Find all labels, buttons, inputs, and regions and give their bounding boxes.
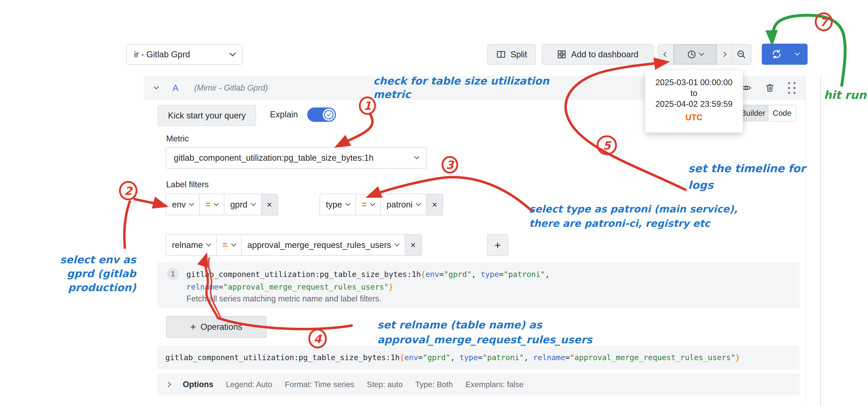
chevron-right-icon — [721, 52, 727, 57]
dashboard-grid-icon — [557, 50, 567, 59]
filter-label-select[interactable]: env — [166, 194, 199, 215]
label-filters-label: Label filters — [166, 180, 209, 189]
label-filter-type: type = patroni × — [319, 194, 443, 215]
drag-handle-icon[interactable] — [788, 82, 796, 94]
promql-brace: } — [735, 353, 740, 362]
label-filter-env: env = gprd × — [166, 194, 278, 215]
promql-value: "approval_merge_request_rules_users" — [570, 353, 735, 362]
remove-filter-button[interactable]: × — [405, 235, 421, 255]
note-4-set-relname: set relname (table name) as approval_mer… — [377, 317, 592, 347]
filter-op-value: = — [206, 200, 211, 209]
promql-eq: = — [218, 282, 223, 291]
note-3-select-type: select type as patroni (main service), t… — [529, 202, 738, 231]
promql-label: type — [460, 353, 478, 362]
datasource-picker-value: ir - Gitlab Gprd — [134, 50, 190, 59]
kick-start-label: Kick start your query — [168, 111, 246, 120]
operations-label: Operations — [200, 322, 242, 332]
chevron-left-icon — [663, 52, 669, 57]
chevron-down-icon — [370, 201, 375, 206]
step-2-circle — [120, 182, 136, 199]
explain-description: Fetch all series matching metric name an… — [186, 294, 381, 303]
panel-edge-divider — [806, 76, 806, 401]
chevron-down-icon — [229, 50, 236, 56]
promql-label: env — [404, 353, 418, 362]
promql-sep: , — [524, 353, 533, 362]
filter-op-value: = — [222, 240, 227, 250]
step-4-number: 4 — [314, 332, 322, 346]
option-exemplars: Exemplars: false — [465, 380, 524, 389]
delete-query-trash-icon[interactable] — [765, 83, 775, 93]
promql-eq: = — [499, 270, 503, 279]
chevron-down-icon — [231, 241, 236, 246]
add-to-dashboard-button[interactable]: Add to dashboard — [542, 44, 653, 65]
promql-eq: = — [439, 270, 444, 279]
note-5-set-timeline: set the timeline for logs — [688, 160, 806, 193]
kick-start-query-button[interactable]: Kick start your query — [158, 105, 256, 126]
filter-label-value: env — [172, 200, 186, 209]
filter-label-value: type — [326, 200, 342, 209]
filter-value-select[interactable]: patroni — [380, 194, 426, 215]
toggle-knob — [323, 109, 335, 121]
time-forward-button[interactable] — [716, 45, 731, 64]
promql-metric: gitlab_component_utilization:pg_table_si… — [165, 353, 400, 362]
chevron-down-icon — [189, 201, 194, 206]
editor-mode-switch: Builder Code — [738, 105, 796, 121]
tooltip-connector: to — [645, 88, 743, 99]
filter-value-select[interactable]: gprd — [224, 194, 261, 215]
filter-op-select[interactable]: = — [199, 194, 224, 215]
zoom-out-icon — [736, 49, 746, 60]
check-icon — [326, 112, 332, 118]
metric-select[interactable]: gitlab_component_utilization:pg_table_si… — [166, 147, 427, 169]
arrow-2-tail — [124, 201, 130, 248]
chevron-down-icon — [206, 241, 211, 246]
code-mode-tab[interactable]: Code — [768, 105, 796, 121]
metric-select-value: gitlab_component_utilization:pg_table_si… — [174, 153, 373, 163]
tooltip-from: 2025-03-01 00:00:00 — [645, 77, 743, 88]
note-line: set relname (table name) as — [377, 317, 592, 332]
option-format: Format: Time series — [285, 380, 354, 389]
explain-label: Explain — [270, 110, 298, 119]
page-scroll-divider[interactable] — [820, 76, 821, 406]
filter-value-select[interactable]: approval_merge_request_rules_users — [241, 235, 405, 255]
add-operations-button[interactable]: + Operations — [166, 316, 266, 338]
step-3-circle — [442, 157, 457, 173]
promql-eq: = — [478, 353, 483, 362]
promql-eq: = — [565, 353, 570, 362]
zoom-out-time-button[interactable] — [731, 45, 751, 64]
promql-value: "patroni" — [504, 270, 545, 279]
step-1-number: 1 — [364, 99, 371, 112]
chevron-down-icon — [214, 201, 219, 206]
time-back-button[interactable] — [658, 45, 673, 64]
filter-op-select[interactable]: = — [355, 194, 380, 215]
promql-value: "gprd" — [444, 270, 471, 279]
query-options-bar[interactable]: Options Legend: Auto Format: Time series… — [157, 374, 800, 395]
split-pane-icon — [496, 50, 506, 59]
remove-filter-button[interactable]: × — [261, 194, 278, 215]
time-range-controls — [658, 44, 751, 65]
filter-op-select[interactable]: = — [216, 235, 241, 255]
expand-chevron-icon[interactable] — [166, 382, 171, 387]
run-options-chevron-icon[interactable] — [795, 51, 800, 56]
add-filter-button[interactable]: + — [487, 234, 508, 256]
promql-label: env — [425, 270, 439, 279]
tooltip-timezone: UTC — [645, 112, 743, 123]
tooltip-to: 2025-04-02 23:59:59 — [645, 99, 743, 110]
explain-toggle[interactable] — [307, 108, 336, 122]
filter-label-select[interactable]: relname — [166, 235, 216, 255]
note-line: set the timeline for — [688, 160, 806, 177]
option-step: Step: auto — [367, 380, 403, 389]
filter-label-value: relname — [172, 240, 203, 250]
chevron-down-icon — [394, 241, 400, 246]
collapse-chevron-icon[interactable] — [154, 84, 159, 89]
step-7-number: 7 — [820, 16, 829, 29]
run-query-button[interactable] — [762, 44, 808, 65]
time-range-picker-button[interactable] — [673, 45, 716, 64]
arrow-2-to-env-filter — [135, 199, 165, 206]
explain-query-code: gitlab_component_utilization:pg_table_si… — [186, 268, 550, 293]
step-5-number: 5 — [603, 139, 612, 152]
datasource-picker[interactable]: ir - Gitlab Gprd — [126, 44, 243, 65]
filter-label-select[interactable]: type — [320, 194, 355, 215]
remove-filter-button[interactable]: × — [426, 194, 443, 215]
split-button[interactable]: Split — [487, 44, 536, 65]
refresh-sync-icon — [771, 48, 782, 60]
